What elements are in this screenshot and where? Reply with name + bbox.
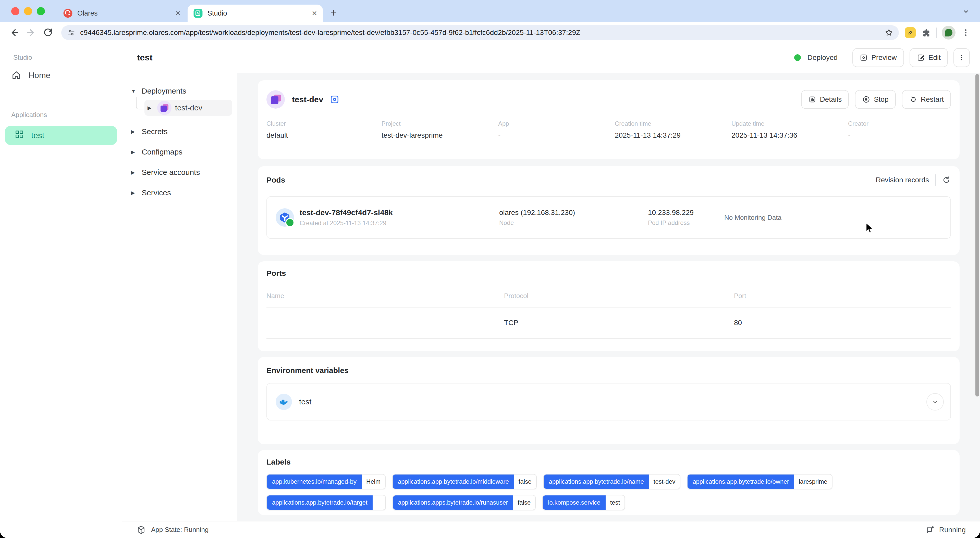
label-key: applications.app.bytetrade.io/name — [544, 475, 649, 489]
window-controls[interactable] — [11, 7, 45, 15]
env-expand-button[interactable] — [926, 393, 944, 411]
expand-triangle-icon[interactable]: ▶ — [131, 190, 137, 196]
env-vars-card: Environment variables test — [258, 357, 959, 444]
meta-creation-time: Creation time 2025-11-13 14:37:29 — [615, 120, 732, 140]
tree-item-label: Service accounts — [142, 168, 200, 177]
preview-eye-icon — [859, 54, 868, 62]
tree-item-configmaps[interactable]: ▶ Configmaps — [131, 145, 237, 159]
ports-col-port: Port — [734, 292, 951, 300]
label-chip: app.kubernetes.io/managed-by Helm — [266, 474, 386, 489]
app-cube-icon — [136, 525, 146, 535]
workload-overview-card: test-dev Details — [258, 80, 959, 159]
tree-item-service-accounts[interactable]: ▶ Service accounts — [131, 165, 237, 179]
minimize-window-button[interactable] — [24, 7, 32, 15]
screen: Olares ✕ Studio ✕ + c944 — [0, 0, 980, 538]
tab-studio[interactable]: Studio ✕ — [188, 5, 323, 22]
site-settings-icon[interactable] — [67, 28, 76, 37]
label-value: test-dev — [649, 475, 680, 489]
mouse-cursor — [865, 222, 876, 235]
restart-button[interactable]: Restart — [902, 90, 951, 109]
expand-triangle-icon[interactable]: ▶ — [131, 149, 137, 155]
expand-triangle-icon[interactable]: ▶ — [131, 169, 137, 175]
revision-records-link[interactable]: Revision records — [876, 176, 929, 184]
pinned-extension-icon[interactable] — [905, 27, 916, 38]
tab-title: Olares — [77, 10, 172, 17]
notifications-bubble-icon[interactable] — [925, 525, 935, 535]
studio-app: Studio Home Applications test — [0, 43, 980, 538]
address-bar[interactable]: c9446345.laresprime.olares.com/app/test/… — [61, 25, 899, 40]
fullscreen-window-button[interactable] — [37, 7, 45, 15]
pod-node-label: Node — [499, 219, 648, 227]
pod-name: test-dev-78f49cf4d7-sl48k — [300, 208, 499, 217]
pod-status-dot — [285, 218, 294, 227]
header-divider — [845, 51, 845, 64]
collapse-triangle-icon[interactable]: ▼ — [131, 88, 137, 94]
bookmark-star-icon[interactable] — [885, 28, 893, 37]
port-name-cell — [266, 308, 504, 338]
back-button[interactable] — [7, 25, 21, 40]
tab-olares[interactable]: Olares ✕ — [57, 5, 186, 22]
tree-item-label: Secrets — [142, 127, 168, 136]
close-tab-icon[interactable]: ✕ — [175, 10, 181, 17]
pods-title: Pods — [266, 176, 285, 184]
label-key: applications.app.bytetrade.io/middleware — [393, 475, 514, 489]
browser-toolbar: c9446345.laresprime.olares.com/app/test/… — [0, 22, 980, 43]
expand-triangle-icon[interactable]: ▶ — [148, 105, 154, 111]
label-chip: applications.app.bytetrade.io/owner lare… — [687, 474, 832, 489]
main-area: test Deployed Preview Edit — [122, 43, 980, 538]
edit-button[interactable]: Edit — [910, 48, 948, 67]
app-grid-icon — [14, 129, 24, 141]
running-status-text[interactable]: Running — [939, 526, 966, 534]
meta-value: test-dev-laresprime — [382, 131, 498, 140]
app-sidebar: Studio Home Applications test — [0, 43, 122, 538]
studio-tab-icon — [193, 8, 203, 18]
tree-item-services[interactable]: ▶ Services — [131, 186, 237, 200]
profile-avatar[interactable] — [942, 26, 956, 40]
tree-item-label: test-dev — [175, 103, 202, 112]
ports-table-header: Name Protocol Port — [266, 292, 951, 300]
close-tab-icon[interactable]: ✕ — [312, 10, 317, 17]
ports-col-protocol: Protocol — [504, 292, 734, 300]
more-actions-button[interactable] — [953, 48, 970, 67]
sidebar-item-test-app[interactable]: test — [5, 126, 117, 145]
expand-triangle-icon[interactable]: ▶ — [131, 129, 137, 135]
tree-item-deployments[interactable]: ▼ Deployments — [131, 84, 237, 98]
workload-preview-icon[interactable] — [329, 94, 340, 105]
tree-item-secrets[interactable]: ▶ Secrets — [131, 124, 237, 139]
reload-icon — [43, 27, 53, 38]
label-key: app.kubernetes.io/managed-by — [267, 475, 362, 489]
sidebar-item-label: test — [31, 131, 45, 140]
pod-row[interactable]: test-dev-78f49cf4d7-sl48k Created at 202… — [266, 196, 951, 239]
reload-button[interactable] — [41, 25, 55, 40]
label-key: applications.apps.bytetrade.io/runasuser — [393, 495, 513, 510]
label-chip: io.kompose.service test — [542, 495, 625, 510]
label-chip: applications.apps.bytetrade.io/runasuser… — [393, 495, 536, 510]
deployed-status-text: Deployed — [808, 54, 838, 62]
preview-button[interactable]: Preview — [853, 48, 904, 67]
env-container-row[interactable]: test — [266, 383, 951, 421]
close-window-button[interactable] — [11, 7, 19, 15]
body-row: ▼ Deployments ▶ test-dev ▶ Secrets — [122, 73, 980, 521]
details-button[interactable]: Details — [801, 90, 849, 109]
sidebar-item-home[interactable]: Home — [11, 70, 122, 80]
extensions-puzzle-icon[interactable] — [921, 27, 931, 38]
meta-label: Creation time — [615, 120, 732, 127]
chevron-down-icon — [932, 398, 939, 405]
preview-label: Preview — [871, 54, 897, 62]
pod-node-value: olares (192.168.31.230) — [499, 209, 648, 217]
browser-menu-icon[interactable] — [961, 27, 971, 38]
tree-item-test-dev[interactable]: ▶ test-dev — [145, 100, 232, 116]
restart-label: Restart — [921, 95, 944, 103]
stop-button[interactable]: Stop — [855, 90, 896, 109]
new-tab-button[interactable]: + — [331, 6, 337, 19]
refresh-icon[interactable] — [942, 175, 951, 185]
tree-item-label: Services — [142, 189, 171, 197]
forward-button[interactable] — [24, 25, 38, 40]
ports-row-divider — [266, 338, 951, 339]
tab-search-chevron-icon[interactable] — [962, 8, 970, 15]
meta-label: Project — [382, 120, 498, 127]
page-scrollbar[interactable] — [975, 74, 979, 397]
url-text[interactable]: c9446345.laresprime.olares.com/app/test/… — [80, 29, 885, 37]
tree-item-label: Configmaps — [142, 148, 183, 156]
deployment-icon — [266, 90, 285, 109]
